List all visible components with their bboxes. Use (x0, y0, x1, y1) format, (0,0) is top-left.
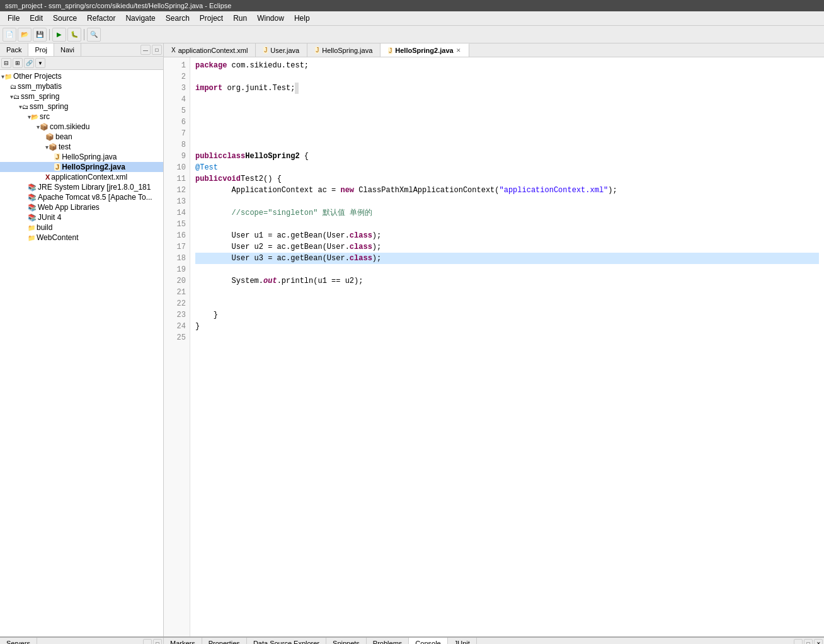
tree-item-hellospring2[interactable]: JHelloSpring2.java (0, 162, 163, 172)
menu-item-navigate[interactable]: Navigate (120, 13, 160, 24)
panel-link-btn[interactable]: 🔗 (24, 58, 34, 68)
menu-item-window[interactable]: Window (252, 13, 289, 24)
panel-toolbar: ⊟ ⊞ 🔗 ▼ (0, 57, 163, 70)
br-tab-junit[interactable]: JUnit (448, 638, 477, 644)
panel-expand-btn[interactable]: ⊞ (13, 58, 23, 68)
br-tab-markers[interactable]: Markers (164, 638, 202, 644)
br-min-btn[interactable]: — (794, 639, 803, 644)
panel-collapse-btn[interactable]: ⊟ (1, 58, 11, 68)
titlebar-text: ssm_project - ssm_spring/src/com/sikiedu… (5, 2, 231, 9)
code-line-11: public void Test2() { (195, 173, 819, 185)
bl-max-btn[interactable]: □ (153, 639, 162, 644)
tree-icon-hellospring: J (54, 153, 60, 161)
tree-item-jre-system[interactable]: 📚JRE System Library [jre1.8.0_181 (0, 182, 163, 192)
editor-tab-icon-2: J (315, 47, 319, 54)
tab-pack[interactable]: Pack (0, 43, 28, 56)
toolbar-search[interactable]: 🔍 (87, 28, 101, 42)
line-num-20: 20 (168, 275, 186, 287)
tab-proj[interactable]: Proj (28, 43, 54, 56)
file-tree: ▾ 📁Other Projects 🗂ssm_mybatis▾ 🗂ssm_spr… (0, 70, 163, 636)
tree-item-junit4[interactable]: 📚JUnit 4 (0, 212, 163, 222)
code-line-9: public class HelloSpring2 { (195, 151, 819, 162)
tree-item-bean[interactable]: 📦bean (0, 132, 163, 142)
tree-item-hellospring[interactable]: JHelloSpring.java (0, 152, 163, 162)
tree-icon-src: 📂 (31, 113, 38, 120)
code-line-22 (195, 298, 819, 309)
menubar: FileEditSourceRefactorNavigateSearchProj… (0, 11, 824, 26)
code-editor[interactable]: 1234567891011121314151617181920212223242… (164, 57, 824, 636)
line-num-24: 24 (168, 321, 186, 332)
tree-item-test[interactable]: ▾ 📦test (0, 142, 163, 152)
toolbar-open[interactable]: 📂 (18, 28, 31, 42)
panel-max-btn[interactable]: □ (152, 45, 162, 55)
tree-item-applicationcontext[interactable]: XapplicationContext.xml (0, 172, 163, 182)
code-line-10: @Test (195, 162, 819, 173)
tree-label-other-projects: Other Projects (13, 72, 62, 81)
code-line-24: } (195, 321, 819, 332)
tree-item-src[interactable]: ▾ 📂src (0, 112, 163, 122)
br-tab-snippets[interactable]: Snippets (326, 638, 367, 644)
bottom-left-panel: Servers — □ 📄 ▶ ■ ↺ 🐛 ✂ 🖥 tomcat-SSM [St… (0, 638, 164, 644)
tree-icon-tomcat: 📚 (28, 193, 37, 202)
panel-tabs: Pack Proj Navi — □ (0, 43, 163, 57)
code-line-12: ApplicationContext ac = new ClassPathXml… (195, 185, 819, 196)
editor-tab-2[interactable]: JHelloSpring.java (307, 43, 381, 57)
menu-item-file[interactable]: File (3, 13, 25, 24)
line-num-23: 23 (168, 309, 186, 321)
menu-item-run[interactable]: Run (228, 13, 252, 24)
toolbar-debug[interactable]: 🐛 (67, 28, 81, 42)
editor-tab-3[interactable]: JHelloSpring2.java✕ (381, 43, 469, 57)
code-line-17: User u2 = ac.getBean(User.class); (195, 241, 819, 253)
tree-item-com-sikiedu[interactable]: ▾ 📦com.sikiedu (0, 122, 163, 132)
bl-min-btn[interactable]: — (143, 639, 152, 644)
main-layout: Pack Proj Navi — □ ⊟ ⊞ 🔗 ▼ ▾ 📁Other Proj… (0, 43, 824, 636)
editor-tab-icon-3: J (388, 47, 392, 54)
toolbar-run[interactable]: ▶ (52, 28, 66, 42)
tree-item-ssm-spring[interactable]: ▾ 🗂ssm_spring (0, 101, 163, 112)
tree-label-tomcat: Apache Tomcat v8.5 [Apache To... (38, 193, 152, 202)
line-num-7: 7 (168, 128, 186, 139)
menu-item-refactor[interactable]: Refactor (82, 13, 120, 24)
tab-navi[interactable]: Navi (54, 43, 81, 56)
br-tab-problems[interactable]: Problems (367, 638, 409, 644)
editor-tab-close-3[interactable]: ✕ (456, 47, 461, 54)
tree-item-build[interactable]: 📁build (0, 222, 163, 233)
menu-item-search[interactable]: Search (161, 13, 195, 24)
tree-icon-webcontent: 📁 (28, 234, 35, 241)
panel-min-btn[interactable]: — (140, 45, 151, 55)
menu-item-help[interactable]: Help (289, 13, 315, 24)
tree-item-tomcat[interactable]: 📚Apache Tomcat v8.5 [Apache To... (0, 192, 163, 202)
line-num-10: 10 (168, 162, 186, 173)
toolbar-save[interactable]: 💾 (33, 28, 47, 42)
br-max-btn[interactable]: □ (804, 639, 813, 644)
toolbar-sep2 (84, 29, 84, 40)
menu-item-source[interactable]: Source (48, 13, 82, 24)
servers-tab[interactable]: Servers (0, 638, 37, 644)
menu-item-project[interactable]: Project (195, 13, 228, 24)
tree-label-webcontent: WebContent (37, 233, 79, 242)
editor-tab-0[interactable]: XapplicationContext.xml (164, 43, 256, 57)
tree-item-other-projects[interactable]: ▾ 📁Other Projects (0, 71, 163, 81)
code-line-2 (195, 71, 819, 83)
code-content[interactable]: package com.sikiedu.test; import org.jun… (190, 57, 824, 636)
tree-item-webcontent[interactable]: 📁WebContent (0, 233, 163, 243)
editor-tab-label-0: applicationContext.xml (178, 47, 248, 54)
tree-icon-webapp-lib: 📚 (28, 204, 37, 212)
line-num-12: 12 (168, 185, 186, 196)
tree-item-webapp-lib[interactable]: 📚Web App Libraries (0, 202, 163, 212)
code-line-25 (195, 332, 819, 343)
br-tab-properties[interactable]: Properties (202, 638, 247, 644)
code-line-1: package com.sikiedu.test; (195, 60, 819, 71)
tree-item-ssm-mybatis[interactable]: 🗂ssm_mybatis (0, 81, 163, 91)
line-num-19: 19 (168, 264, 186, 275)
br-tab-console[interactable]: Console (409, 638, 447, 644)
menu-item-edit[interactable]: Edit (25, 13, 48, 24)
toolbar-new[interactable]: 📄 (3, 28, 16, 42)
br-close-btn[interactable]: ✕ (814, 639, 823, 644)
tree-icon-hellospring2: J (54, 163, 60, 171)
tree-item-ssm-spring-root[interactable]: ▾ 🗂ssm_spring (0, 91, 163, 101)
code-line-23: } (195, 309, 819, 321)
br-tab-data-source-explorer[interactable]: Data Source Explorer (247, 638, 326, 644)
panel-menu-btn[interactable]: ▼ (35, 58, 45, 68)
editor-tab-1[interactable]: JUser.java (256, 43, 307, 57)
